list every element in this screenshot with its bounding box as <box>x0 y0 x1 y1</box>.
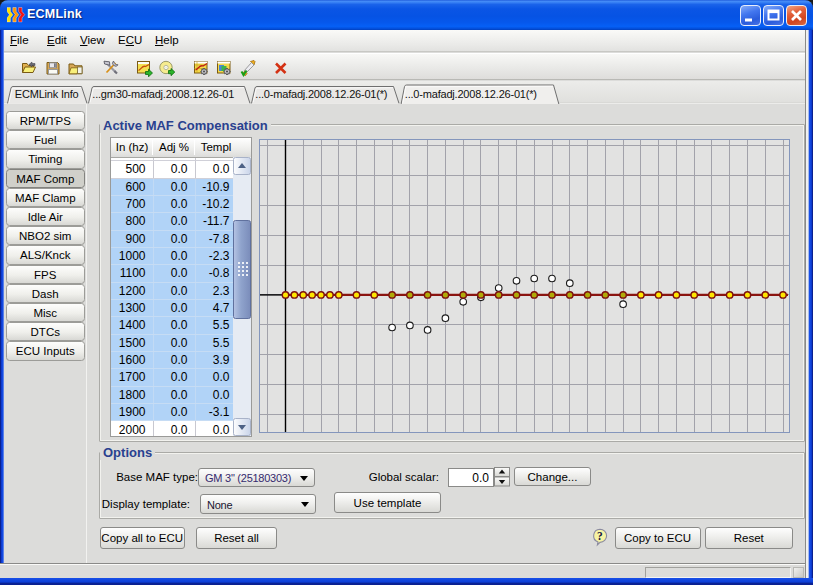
svg-text:?: ? <box>597 530 603 542</box>
